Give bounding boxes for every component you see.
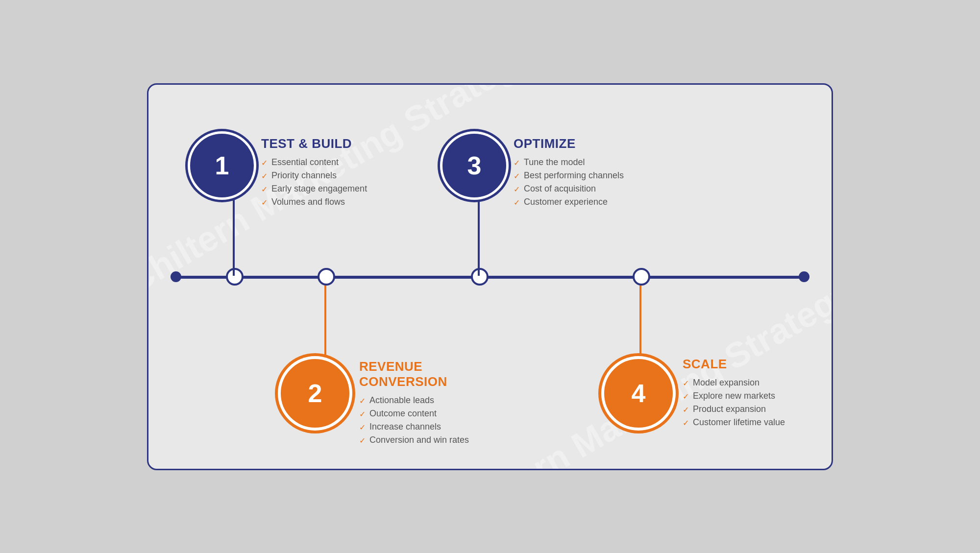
check-icon: ✓ [683,392,689,401]
vertical-line-2 [324,286,326,369]
check-icon: ✓ [514,158,520,168]
list-item: ✓ Customer lifetime value [683,417,785,428]
stage-1-content: TEST & BUILD ✓ Essential content ✓ Prior… [261,136,367,210]
stage-4-title: SCALE [683,357,785,372]
stage-2-content: REVENUECONVERSION ✓ Actionable leads ✓ O… [359,359,469,448]
main-card: Chiltern Marketing Strategy Chiltern Mar… [147,83,833,470]
stage-2-checklist: ✓ Actionable leads ✓ Outcome content ✓ I… [359,395,469,445]
connector-3 [471,268,489,286]
stage-4-checklist: ✓ Model expansion ✓ Explore new markets … [683,378,785,428]
stage-2-title: REVENUECONVERSION [359,359,469,389]
stage-4-circle: 4 [604,359,673,428]
check-icon: ✓ [261,185,268,194]
list-item: ✓ Volumes and flows [261,197,367,207]
vertical-line-4 [639,286,641,364]
timeline-container: 1 TEST & BUILD ✓ Essential content ✓ Pri… [148,85,832,469]
check-icon: ✓ [261,158,268,168]
timeline-dot-right [799,271,809,282]
stage-1-checklist: ✓ Essential content ✓ Priority channels … [261,157,367,207]
list-item: ✓ Conversion and win rates [359,435,469,445]
list-item: ✓ Outcome content [359,409,469,419]
list-item: ✓ Product expansion [683,404,785,414]
stage-3-circle: 3 [442,134,506,197]
timeline-dot-left [171,271,181,282]
connector-2 [318,268,335,286]
list-item: ✓ Best performing channels [514,170,624,181]
list-item: ✓ Explore new markets [683,391,785,401]
check-icon: ✓ [683,405,689,414]
stage-3-content: OPTIMIZE ✓ Tune the model ✓ Best perform… [514,136,624,210]
list-item: ✓ Customer experience [514,197,624,207]
connector-4 [633,268,650,286]
check-icon: ✓ [514,171,520,181]
list-item: ✓ Model expansion [683,378,785,388]
check-icon: ✓ [514,198,520,207]
list-item: ✓ Tune the model [514,157,624,168]
timeline-line [178,276,802,279]
list-item: ✓ Essential content [261,157,367,168]
check-icon: ✓ [514,185,520,194]
check-icon: ✓ [261,171,268,181]
list-item: ✓ Actionable leads [359,395,469,406]
list-item: ✓ Priority channels [261,170,367,181]
list-item: ✓ Cost of acquisition [514,184,624,194]
stage-4-content: SCALE ✓ Model expansion ✓ Explore new ma… [683,357,785,431]
list-item: ✓ Increase channels [359,422,469,432]
stage-3-checklist: ✓ Tune the model ✓ Best performing chann… [514,157,624,207]
check-icon: ✓ [261,198,268,207]
vertical-line-1 [233,192,235,276]
stage-1-title: TEST & BUILD [261,136,367,151]
check-icon: ✓ [683,418,689,428]
stage-3-title: OPTIMIZE [514,136,624,151]
check-icon: ✓ [683,379,689,388]
vertical-line-3 [478,197,480,276]
check-icon: ✓ [359,423,366,432]
check-icon: ✓ [359,436,366,445]
connector-1 [226,268,244,286]
list-item: ✓ Early stage engagement [261,184,367,194]
stage-2-circle: 2 [281,359,349,428]
check-icon: ✓ [359,396,366,406]
stage-1-circle: 1 [190,134,254,197]
check-icon: ✓ [359,409,366,419]
